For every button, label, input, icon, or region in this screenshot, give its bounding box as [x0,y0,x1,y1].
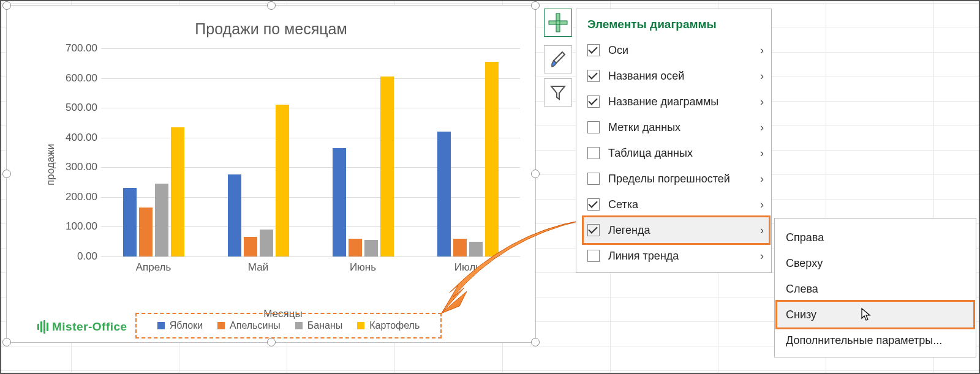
chevron-right-icon: › [760,95,765,108]
legend-label: Апельсины [230,320,281,331]
resize-handle-icon[interactable] [267,1,276,10]
bar[interactable] [123,188,137,256]
resize-handle-icon[interactable] [2,170,11,178]
flyout-item[interactable]: Оси› [584,37,769,63]
bar[interactable] [364,240,378,256]
bar[interactable] [171,127,184,256]
chart-title[interactable]: Продажи по месяцам [7,20,535,38]
submenu-item-label: Сверху [786,257,823,270]
checkbox-icon[interactable] [587,250,600,262]
category-group: Июль [415,48,520,256]
submenu-item[interactable]: Дополнительные параметры... [777,327,973,353]
y-tick-label: 200.00 [66,191,97,203]
chevron-right-icon: › [760,147,765,160]
checkbox-icon[interactable] [587,224,600,236]
bar[interactable] [437,132,451,256]
flyout-item[interactable]: Линия тренда› [584,243,769,269]
bar[interactable] [260,230,273,256]
submenu-item[interactable]: Справа [777,225,973,250]
chart-legend[interactable]: ЯблокиАпельсиныБананыКартофель [135,313,442,338]
bar[interactable] [139,208,153,256]
chevron-right-icon: › [760,198,765,211]
bar[interactable] [276,105,289,256]
y-tick-label: 700.00 [66,42,97,54]
chart-object[interactable]: Продажи по месяцам продажи 0.00100.00200… [6,5,536,343]
chart-elements-button[interactable] [544,9,572,37]
chevron-right-icon: › [760,250,765,263]
legend-swatch-icon [357,322,364,329]
legend-item[interactable]: Апельсины [217,320,281,331]
submenu-item[interactable]: Снизу [777,302,973,327]
flyout-item[interactable]: Название диаграммы› [584,89,769,114]
y-axis-ticks: 0.00100.00200.00300.00400.00500.00600.00… [50,48,97,256]
bars-container: АпрельМайИюньИюль [101,48,520,256]
bars-icon [37,320,48,334]
resize-handle-icon[interactable] [531,170,540,178]
checkbox-icon[interactable] [587,70,600,82]
bar[interactable] [228,174,241,256]
submenu-item-label: Дополнительные параметры... [786,334,942,347]
submenu-item[interactable]: Сверху [777,250,973,276]
legend-item[interactable]: Картофель [357,320,420,331]
checkbox-icon[interactable] [587,121,600,133]
bar[interactable] [469,242,483,256]
chart-elements-flyout[interactable]: Элементы диаграммы Оси›Названия осей›Наз… [576,9,772,273]
checkbox-icon[interactable] [587,44,600,56]
bar[interactable] [485,62,499,256]
category-label: Апрель [101,261,206,274]
submenu-item-label: Снизу [786,309,816,321]
legend-label: Бананы [307,320,342,331]
flyout-item-label: Пределы погрешностей [608,173,760,185]
legend-swatch-icon [157,322,165,329]
plus-icon [548,12,568,33]
flyout-item[interactable]: Сетка› [584,192,769,217]
bar[interactable] [349,239,362,256]
y-tick-label: 100.00 [66,220,97,233]
chevron-right-icon: › [760,224,765,237]
legend-position-submenu[interactable]: СправаСверхуСлеваСнизуДополнительные пар… [774,218,976,357]
cursor-icon [861,307,873,322]
checkbox-icon[interactable] [587,147,600,159]
watermark-text: Mister-Office [52,320,127,334]
checkbox-icon[interactable] [587,95,600,108]
bar[interactable] [244,237,257,256]
category-group: Май [206,48,311,256]
flyout-item[interactable]: Названия осей› [584,63,769,89]
resize-handle-icon[interactable] [2,1,11,10]
plot-area[interactable]: продажи 0.00100.00200.00300.00400.00500.… [41,48,525,281]
legend-swatch-icon [295,322,303,329]
chart-filters-button[interactable] [544,78,572,107]
flyout-item[interactable]: Метки данных› [584,114,769,140]
flyout-item-label: Оси [608,44,760,57]
flyout-item-label: Название диаграммы [608,95,760,108]
y-tick-label: 400.00 [66,132,97,144]
flyout-item[interactable]: Пределы погрешностей› [584,166,769,192]
flyout-item[interactable]: Легенда› [584,217,769,243]
svg-rect-2 [549,21,567,24]
resize-handle-icon[interactable] [2,338,11,346]
resize-handle-icon[interactable] [267,338,276,346]
resize-handle-icon[interactable] [531,1,540,10]
resize-handle-icon[interactable] [531,338,540,346]
paintbrush-icon [549,50,567,69]
chevron-right-icon: › [760,173,765,185]
chevron-right-icon: › [760,70,765,83]
watermark-logo: Mister-Office [37,320,127,334]
legend-item[interactable]: Яблоки [157,320,203,331]
legend-item[interactable]: Бананы [295,320,342,331]
flyout-item-label: Метки данных [608,121,760,134]
bar[interactable] [380,77,394,256]
bar[interactable] [155,184,168,256]
category-label: Июль [415,261,520,274]
bar[interactable] [333,148,346,256]
chart-styles-button[interactable] [544,45,572,73]
checkbox-icon[interactable] [587,173,600,185]
category-group: Апрель [101,48,206,256]
bar[interactable] [453,239,467,256]
checkbox-icon[interactable] [587,198,600,211]
submenu-item[interactable]: Слева [777,276,973,302]
chevron-right-icon: › [760,121,765,134]
flyout-item-label: Таблица данных [608,147,760,160]
category-group: Июнь [311,48,415,256]
flyout-item[interactable]: Таблица данных› [584,140,769,166]
